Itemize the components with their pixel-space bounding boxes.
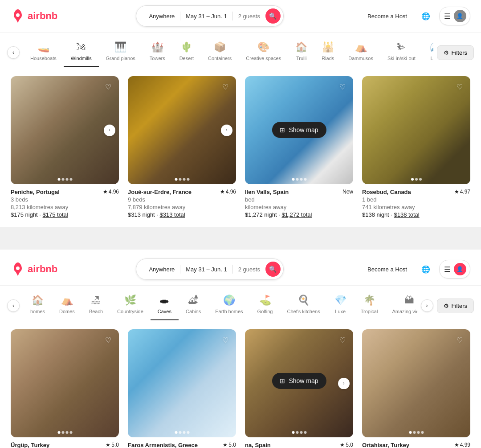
language-button[interactable]: 🌐 [418,8,434,24]
search-button[interactable]: 🔍 [265,8,281,24]
desert-icon: 🌵 [180,41,192,53]
listing-card-spain[interactable]: ♡ ⊞ Show map llen Valls, Spain New [245,76,353,218]
search-bar-bottom[interactable]: Anywhere May 31 – Jun. 1 2 guests 🔍 [136,258,283,280]
nav-next-arrow-bottom[interactable]: › [421,299,433,312]
search-bar[interactable]: Anywhere May 31 – Jun. 1 2 guests 🔍 [136,5,283,27]
listing-distance: 741 kilometres away [362,204,470,210]
listing-card-rosebud[interactable]: ♡ Rosebud, Canada ★ 4.97 1 bed 741 kilom… [362,76,470,218]
wishlist-button[interactable]: ♡ [336,334,349,346]
user-menu-button-bottom[interactable]: ☰ 👤 [439,260,470,278]
ski-icon: ⛷ [396,41,406,53]
listing-beds: bed [245,196,353,203]
category-containers[interactable]: 📦 Containers [201,38,239,67]
listing-location: llen Valls, Spain [245,189,289,195]
next-image-button[interactable]: › [221,125,232,136]
category-domes[interactable]: ⛺ Domes [52,291,82,320]
category-countryside[interactable]: 🌿 Countryside [110,291,151,320]
listing-location: Rosebud, Canada [362,189,411,195]
guests-input[interactable]: 2 guests [233,13,265,20]
category-chefs-kitchens[interactable]: 🍳 Chef's kitchens [280,291,327,320]
category-lake[interactable]: 🌊 Lake [423,38,433,67]
category-earth-homes[interactable]: 🌍 Earth homes [208,291,250,320]
listing-distance: kilometres away [245,204,353,210]
category-nav-inner: 🚤 Houseboats 🌬 Windmills 🎹 Grand pianos … [23,38,433,67]
listing-card-faros[interactable]: ♡ Faros Armenistis, Greece ★ 5.0 5 beds … [128,329,236,448]
avatar: 👤 [454,10,466,22]
listing-card-ortahisar[interactable]: ♡ Ortahisar, Turkey ★ 4.99 3 beds 10,007… [362,329,470,448]
user-menu-button[interactable]: ☰ 👤 [439,7,470,25]
listing-image-rosebud: ♡ [362,76,470,184]
listing-card-urgup[interactable]: ♡ Ürgüp, Turkey ★ 5.0 2 beds 10,006 kilo… [11,329,119,448]
filters-button[interactable]: ⚙ Filters [437,45,474,60]
guests-input-bottom[interactable]: 2 guests [233,266,265,273]
category-beach[interactable]: 🏖 Beach [82,291,110,320]
category-luxe[interactable]: 💎 Luxe [327,291,354,320]
category-dammusos[interactable]: ⛺ Dammusos [341,38,380,67]
category-trulli[interactable]: 🏠 Trulli [288,38,314,67]
category-creative-spaces[interactable]: 🎨 Creative spaces [239,38,288,67]
filters-button-bottom[interactable]: ⚙ Filters [437,299,474,313]
map-icon-bottom: ⊞ [280,377,285,384]
category-golfing[interactable]: ⛳ Golfing [250,291,280,320]
image-dots [409,431,424,434]
listing-card-joue[interactable]: ♡ › Joué-sur-Erdre, France ★ 4.96 9 beds [128,76,236,218]
dates-input[interactable]: May 31 – Jun. 1 [180,13,232,20]
location-input[interactable]: Anywhere [143,13,180,20]
category-tropical[interactable]: 🌴 Tropical [354,291,385,320]
category-riads[interactable]: 🕌 Riads [314,38,341,67]
show-map-button[interactable]: ⊞ Show map [272,122,326,138]
listing-info-na-spain: na, Spain ★ 5.0 8,710 kilometres away [245,442,353,448]
listing-info-faros: Faros Armenistis, Greece ★ 5.0 5 beds 9,… [128,442,236,448]
wishlist-button[interactable]: ♡ [102,81,114,93]
category-grand-pianos[interactable]: 🎹 Grand pianos [99,38,143,67]
category-cabins[interactable]: 🏕 Cabins [179,291,208,320]
become-host-link-bottom[interactable]: Become a Host [362,262,412,276]
listing-distance: 8,213 kilometres away [11,204,119,210]
hamburger-icon-bottom: ☰ [444,265,450,274]
wishlist-button[interactable]: ♡ [219,81,232,93]
listing-beds: 9 beds [128,196,236,203]
earth-homes-icon: 🌍 [223,295,235,306]
listing-card-peniche[interactable]: ♡ › Peniche, Portugal ★ 4.96 3 beds [11,76,119,218]
grand-pianos-icon: 🎹 [114,41,126,53]
become-host-link[interactable]: Become a Host [362,9,412,23]
cabins-icon: 🏕 [188,295,198,306]
wishlist-button[interactable]: ♡ [453,81,466,93]
nav-prev-arrow-bottom[interactable]: ‹ [7,299,20,312]
domes-icon: ⛺ [61,295,73,306]
wishlist-button[interactable]: ♡ [453,334,466,346]
show-map-button-bottom[interactable]: ⊞ Show map [272,373,326,389]
airbnb-logo[interactable]: airbnb [11,9,57,23]
listing-info-peniche: Peniche, Portugal ★ 4.96 3 beds 8,213 ki… [11,189,119,218]
airbnb-logo-bottom[interactable]: airbnb [11,262,57,276]
category-ski[interactable]: ⛷ Ski-in/ski-out [380,38,423,67]
caves-listings-grid: ♡ Ürgüp, Turkey ★ 5.0 2 beds 10,006 kilo… [0,320,481,448]
category-windmills[interactable]: 🌬 Windmills [64,38,99,67]
category-homes[interactable]: 🏠 homes [23,291,52,320]
listing-rating: New [342,189,353,195]
wishlist-button[interactable]: ♡ [102,334,114,346]
location-input-bottom[interactable]: Anywhere [143,266,180,273]
wishlist-button[interactable]: ♡ [336,81,349,93]
category-houseboats[interactable]: 🚤 Houseboats [23,38,64,67]
listing-card-na-spain[interactable]: ♡ › ⊞ Show map na, Spain [245,329,353,448]
dates-input-bottom[interactable]: May 31 – Jun. 1 [180,266,232,273]
listing-image-ortahisar: ♡ [362,329,470,437]
listing-info-urgup: Ürgüp, Turkey ★ 5.0 2 beds 10,006 kilome… [11,442,119,448]
category-desert[interactable]: 🌵 Desert [172,38,201,67]
next-image-button[interactable]: › [338,378,350,389]
wishlist-button[interactable]: ♡ [219,334,232,346]
search-button-bottom[interactable]: 🔍 [265,262,281,277]
listing-rating: ★ 4.97 [454,189,470,195]
listing-image-urgup: ♡ [11,329,119,437]
category-towers[interactable]: 🏰 Towers [143,38,172,67]
language-button-bottom[interactable]: 🌐 [418,261,434,277]
nav-prev-arrow[interactable]: ‹ [7,46,20,59]
top-header: airbnb Anywhere May 31 – Jun. 1 2 guests… [0,0,481,32]
listing-location: na, Spain [245,442,271,448]
amazing-views-icon: 🏔 [404,295,414,306]
category-caves[interactable]: 🕳 Caves [151,291,179,320]
next-image-button[interactable]: › [104,125,115,136]
header-right: Become a Host 🌐 ☰ 👤 [362,7,470,25]
category-amazing-views[interactable]: 🏔 Amazing view... [385,291,417,320]
